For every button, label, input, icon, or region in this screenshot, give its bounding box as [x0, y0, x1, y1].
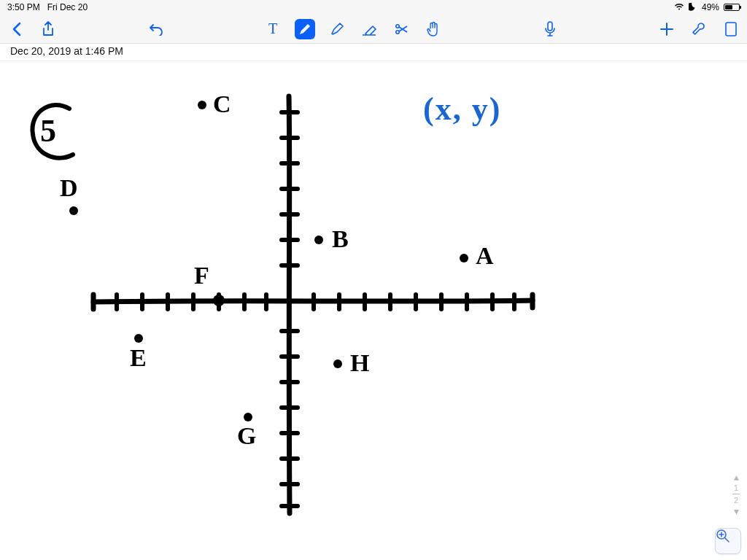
ios-status-bar: 3:50 PM Fri Dec 20 49%	[0, 0, 747, 15]
battery-icon	[724, 4, 740, 11]
note-timestamp-text: Dec 20, 2019 at 1:46 PM	[10, 45, 123, 57]
point-label-c: C	[213, 90, 231, 118]
page-button[interactable]	[721, 19, 741, 39]
svg-point-1	[396, 30, 399, 33]
svg-rect-2	[548, 22, 552, 31]
status-time: 3:50 PM	[7, 2, 40, 12]
point-label-a: A	[476, 242, 494, 270]
status-date: Fri Dec 20	[47, 2, 88, 12]
svg-point-36	[69, 206, 78, 215]
app-toolbar: T	[0, 15, 747, 44]
point-label-h: H	[350, 349, 369, 377]
note-canvas[interactable]: 5 (x, y) C D B A F E H G ▴ 1 2 ▾	[0, 61, 747, 560]
undo-button[interactable]	[146, 19, 166, 39]
svg-point-39	[213, 295, 225, 306]
xy-annotation: (x, y)	[423, 90, 501, 128]
eraser-tool-button[interactable]	[359, 19, 379, 39]
zoom-in-button[interactable]	[715, 528, 741, 554]
page-scroll-indicator: ▴ 1 2 ▾	[732, 472, 740, 516]
microphone-button[interactable]	[540, 19, 560, 39]
point-label-g: G	[237, 422, 256, 450]
fraction-bar-icon	[732, 494, 740, 494]
lasso-hand-tool-button[interactable]	[423, 19, 444, 39]
point-label-d: D	[60, 174, 78, 202]
zoom-in-icon	[716, 529, 730, 543]
note-timestamp: Dec 20, 2019 at 1:46 PM	[0, 44, 747, 61]
highlighter-tool-button[interactable]	[327, 19, 347, 39]
share-button[interactable]	[38, 19, 58, 39]
wifi-icon	[674, 2, 684, 13]
scissors-tool-button[interactable]	[391, 19, 411, 39]
text-tool-button[interactable]: T	[263, 19, 283, 39]
wrench-button[interactable]	[689, 19, 709, 39]
point-label-e: E	[130, 344, 147, 372]
svg-point-35	[198, 101, 206, 109]
handwriting-layer	[0, 61, 747, 560]
scroll-fraction-bottom: 2	[734, 496, 738, 505]
svg-rect-3	[726, 23, 736, 36]
svg-point-41	[333, 359, 342, 368]
scroll-up-arrow-icon: ▴	[734, 472, 739, 482]
text-tool-label: T	[268, 20, 277, 37]
add-button[interactable]	[657, 19, 677, 39]
problem-number: 5	[40, 112, 56, 149]
svg-point-40	[134, 334, 143, 343]
scroll-fraction-top: 1	[734, 483, 738, 492]
svg-point-0	[396, 24, 399, 27]
svg-point-37	[314, 236, 323, 244]
svg-point-38	[460, 254, 468, 262]
svg-point-42	[244, 413, 252, 421]
point-label-f: F	[194, 262, 209, 289]
battery-percent: 49%	[702, 2, 719, 12]
scroll-down-arrow-icon: ▾	[734, 506, 739, 516]
pen-tool-button[interactable]	[295, 19, 315, 39]
point-label-b: B	[332, 225, 349, 253]
back-button[interactable]	[6, 19, 26, 39]
dnd-moon-icon	[689, 2, 697, 13]
